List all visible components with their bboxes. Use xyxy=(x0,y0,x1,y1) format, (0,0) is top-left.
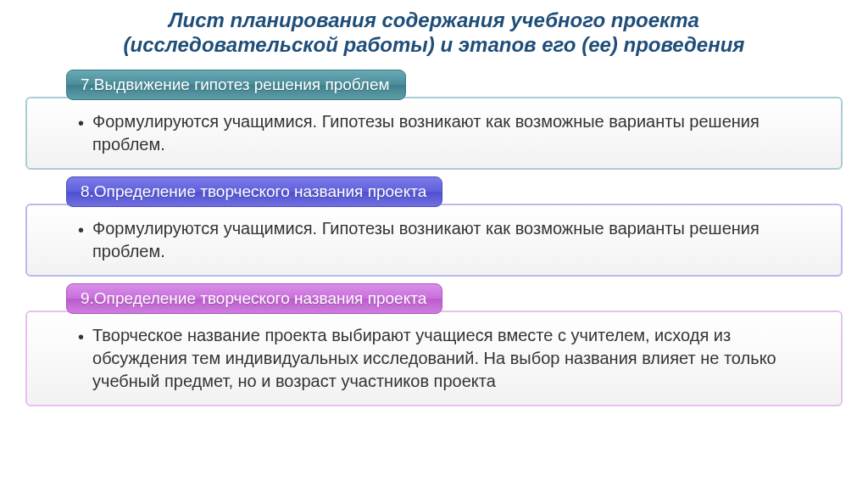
title-line-2: (исследовательской работы) и этапов его … xyxy=(124,33,745,56)
section-8-header: 8.Определение творческого названия проек… xyxy=(66,176,442,207)
bullet-icon: • xyxy=(78,219,84,242)
section-9-header: 9.Определение творческого названия проек… xyxy=(66,283,442,314)
bullet-item: • Формулируются учащимися. Гипотезы возн… xyxy=(78,217,815,263)
bullet-icon: • xyxy=(78,326,84,349)
slide-title: Лист планирования содержания учебного пр… xyxy=(0,0,868,63)
title-line-1: Лист планирования содержания учебного пр… xyxy=(169,8,699,31)
bullet-icon: • xyxy=(78,112,84,135)
bullet-item: • Формулируются учащимися. Гипотезы возн… xyxy=(78,110,815,156)
section-7: 7.Выдвижение гипотез решения проблем • Ф… xyxy=(25,70,843,170)
section-8-body: Формулируются учащимися. Гипотезы возник… xyxy=(92,217,815,263)
section-9: 9.Определение творческого названия проек… xyxy=(25,283,843,406)
section-7-body: Формулируются учащимися. Гипотезы возник… xyxy=(92,110,815,156)
section-9-body: Творческое название проекта выбирают уча… xyxy=(92,324,815,393)
bullet-item: • Творческое название проекта выбирают у… xyxy=(78,324,815,393)
section-8: 8.Определение творческого названия проек… xyxy=(25,176,843,277)
section-7-header: 7.Выдвижение гипотез решения проблем xyxy=(66,70,406,100)
section-7-content: • Формулируются учащимися. Гипотезы возн… xyxy=(25,97,843,170)
section-8-content: • Формулируются учащимися. Гипотезы возн… xyxy=(25,204,843,277)
section-9-content: • Творческое название проекта выбирают у… xyxy=(25,311,843,406)
